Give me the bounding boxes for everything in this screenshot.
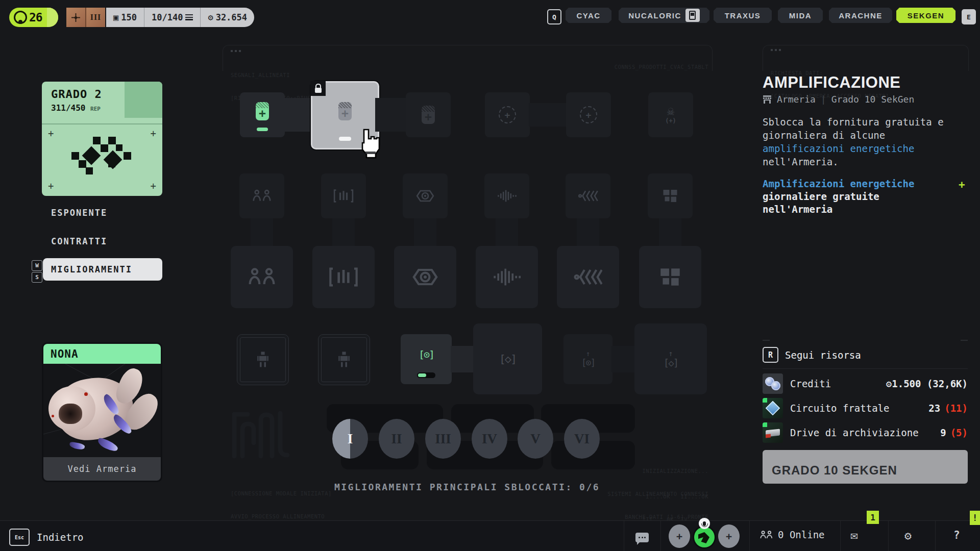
skull-icon: ☠ — [667, 105, 674, 117]
tier-circle-4[interactable]: IV — [472, 419, 507, 459]
progress-pill — [417, 372, 435, 378]
coin-icon: ⚙ — [886, 378, 892, 389]
upgrade-node-locked[interactable] — [484, 173, 529, 218]
grade-title: GRADO 2 — [51, 88, 102, 101]
rep-value: 311/450 — [51, 103, 85, 113]
arc-sigil — [229, 407, 289, 460]
upgrade-node-locked[interactable] — [648, 173, 693, 218]
prestige-tier: III — [85, 8, 105, 27]
add-party-slot-left[interactable]: + — [669, 524, 690, 548]
tab-faction-nucaloric[interactable]: NUCALORIC — [619, 8, 709, 23]
node-connector — [375, 98, 406, 132]
upgrade-node-locked[interactable] — [312, 246, 375, 308]
upgrade-node-locked[interactable] — [237, 334, 289, 385]
grade-progress-block — [125, 82, 162, 118]
helmet-icon — [14, 11, 27, 24]
nona-creature-image — [43, 364, 161, 457]
alert-badge: ! — [970, 511, 980, 525]
upgrade-node-locked[interactable]: + — [566, 92, 611, 137]
fractal-circuit-icon — [763, 398, 783, 418]
separator: | — [821, 94, 826, 105]
grade-requirement-button[interactable]: GRADO 10 SEKGEN — [763, 450, 968, 484]
gear-icon: ⚙ — [904, 529, 912, 542]
progress-pill — [339, 137, 351, 141]
upgrade-node-unlocked[interactable] — [240, 92, 285, 137]
resource-row-credits[interactable]: Crediti ⚙1.500 (32,6K) — [763, 371, 968, 396]
upgrade-node-locked[interactable] — [403, 173, 448, 218]
upgrade-node-locked[interactable] — [239, 173, 284, 218]
resource-row-storage-drive[interactable]: Drive di archiviazione 9 (5) — [763, 420, 968, 445]
node-connector — [611, 346, 634, 372]
online-status[interactable]: 0 Online — [760, 529, 825, 540]
tab-faction-mida[interactable]: MIDA — [778, 8, 823, 23]
online-label: 0 Online — [778, 529, 825, 540]
terminal-text: I....OK II....OK — [586, 493, 708, 500]
tab-faction-arachne[interactable]: ARACHNE — [829, 8, 892, 23]
view-armory-button[interactable]: Vedi Armeria — [43, 457, 161, 481]
nona-title: NONA — [51, 348, 79, 360]
bottom-bar: Esc Indietro + + 0 Online ✉ 1 ⚙ ? ! — [0, 520, 980, 551]
key-hint-esc: Esc — [9, 529, 30, 546]
voice-status-badge — [699, 518, 710, 529]
upgrade-node-locked[interactable]: + — [485, 92, 530, 137]
node-connector — [284, 98, 312, 132]
back-control[interactable]: Esc Indietro — [9, 529, 84, 546]
tier-circle-2[interactable]: II — [379, 419, 414, 459]
upgrade-node-locked[interactable] — [639, 246, 701, 308]
phone-key-box — [685, 9, 700, 22]
supply-icon — [256, 102, 269, 120]
add-party-slot-right[interactable]: + — [718, 524, 740, 548]
follow-label: Segui risorsa — [785, 349, 861, 361]
frame-dots — [231, 50, 241, 52]
frame-dots — [771, 49, 781, 51]
terminal-text: SEGNALI_ALLINEATI — [231, 71, 328, 79]
back-label: Indietro — [37, 532, 84, 543]
stat-square: ▣ 150 — [106, 8, 144, 27]
tier-circle-3[interactable]: III — [425, 419, 461, 459]
terminal-text: AVVIO_PROCESSO ALLINEAMENTO — [231, 513, 346, 520]
upgrade-node-locked[interactable]: ☠ (+) — [648, 92, 693, 137]
tier-circle-1[interactable]: I — [332, 419, 368, 459]
tier-circle-5[interactable]: V — [518, 419, 553, 459]
sidebar-item-contratti[interactable]: CONTRATTI — [51, 236, 153, 247]
upgrade-node-locked[interactable] — [557, 246, 619, 308]
upgrade-node-locked[interactable] — [321, 173, 366, 218]
upgrade-node-locked[interactable] — [394, 246, 456, 308]
upgrade-node-locked[interactable] — [318, 334, 370, 385]
credits-icon — [763, 373, 783, 394]
divider — [42, 123, 162, 124]
pod-icon: [⊙] — [581, 357, 595, 368]
storage-drive-icon — [763, 422, 783, 443]
hand-cursor — [356, 129, 381, 159]
player-level: 26 — [29, 11, 42, 24]
resource-row-fractal-circuit[interactable]: Circuito frattale 23 (11) — [763, 396, 968, 420]
effect-link[interactable]: Amplificazioni energetiche — [763, 178, 914, 190]
detail-grade: Grado 10 SekGen — [831, 94, 915, 105]
tab-faction-cyac[interactable]: CYAC — [566, 8, 611, 23]
sidebar-item-esponente[interactable]: ESPONENTE — [51, 207, 153, 218]
tab-faction-sekgen[interactable]: SEKGEN — [896, 8, 955, 23]
help-button[interactable]: ? — [953, 529, 960, 541]
avatar-emblem — [698, 532, 709, 543]
upgrade-node-active[interactable]: [⊙] — [401, 334, 452, 384]
upgrade-node-locked[interactable]: ↑ [◇] — [634, 323, 707, 394]
tab-faction-traxus[interactable]: TRAXUS — [714, 8, 772, 23]
chat-button[interactable] — [631, 530, 653, 544]
mic-icon — [703, 521, 706, 526]
upgrade-node-locked[interactable]: [◇] — [473, 323, 542, 394]
lock-badge — [310, 81, 326, 96]
target-plus-icon: + — [499, 106, 516, 123]
description-link[interactable]: amplificazioni energetiche — [763, 142, 944, 155]
upgrade-node-locked[interactable] — [566, 173, 610, 218]
upgrade-node-locked[interactable]: ↑ [⊙] — [564, 334, 612, 384]
game-screen: { "colors": {"accent":"#b5e433","mint":"… — [0, 0, 980, 551]
upgrade-node-locked[interactable] — [231, 246, 293, 308]
terminal-text: INIZIALIZZAZIONE... — [586, 467, 708, 475]
sidebar-item-miglioramenti[interactable]: MIGLIORAMENTI — [43, 258, 162, 281]
mail-button[interactable]: ✉ — [850, 528, 857, 542]
key-hint-w: W — [32, 260, 42, 271]
upgrade-node-locked[interactable] — [476, 246, 538, 308]
settings-button[interactable]: ⚙ — [904, 529, 912, 542]
upgrade-node-locked[interactable] — [406, 92, 451, 137]
key-hint-s: S — [32, 272, 42, 283]
